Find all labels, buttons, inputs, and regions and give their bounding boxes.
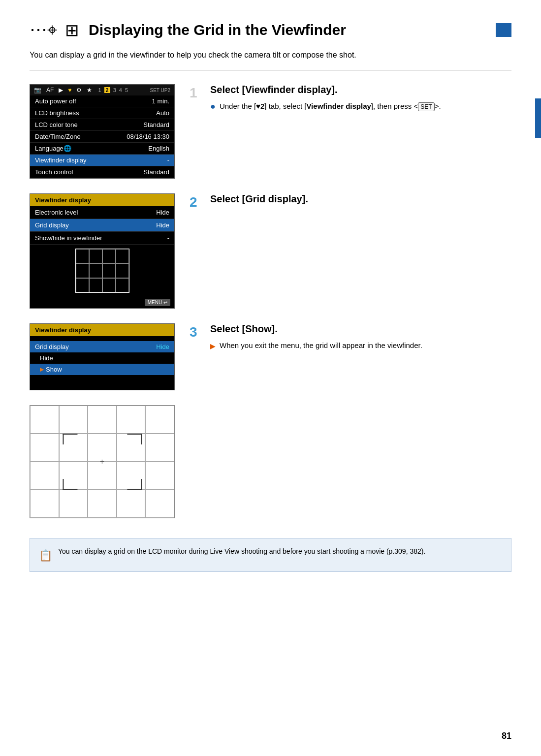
vf-cell-19 — [117, 490, 146, 518]
vf-cell-16 — [30, 490, 59, 518]
gc-5 — [76, 263, 89, 278]
ss1-row-lcdbrightness: LCD brightness Auto — [30, 107, 174, 119]
gear-icon: ⚙ — [76, 87, 82, 94]
tab-1: 1 — [98, 87, 101, 93]
gc-2 — [89, 249, 102, 263]
tab-4: 4 — [119, 87, 122, 93]
vf-cell-11 — [30, 462, 59, 490]
step-2-number: 2 — [190, 195, 204, 209]
focus-bracket-br — [127, 479, 142, 490]
ss3-header: Viewfinder display — [30, 324, 174, 336]
ss1-row-datetime: Date/Time/Zone 08/18/16 13:30 — [30, 131, 174, 143]
note-text: You can display a grid on the LCD monito… — [58, 546, 425, 557]
grid-icon: ⋯⌖ — [30, 20, 57, 40]
step-2-content-wrap: 2 Select [Grid display]. — [190, 193, 308, 210]
step-1-bullet-text: Under the [♥2] tab, select [Viewfinder d… — [220, 100, 441, 113]
gc-8 — [116, 263, 129, 278]
gc-9 — [76, 278, 89, 292]
ss2-footer: MENU ↩ — [30, 297, 174, 308]
step-2-content: Select [Grid display]. — [210, 193, 308, 210]
screenshot-1: 📷 AF ▶ ♥ ⚙ ★ 1 2 3 4 5 SET UP2 Auto — [30, 84, 175, 179]
ss3-grid-row: Grid display Hide — [30, 341, 174, 352]
step-2-row: Viewfinder display Electronic level Hide… — [30, 193, 511, 309]
gc-6 — [89, 263, 102, 278]
menu-btn: MENU ↩ — [145, 299, 170, 306]
tab-5: 5 — [125, 87, 128, 93]
page-header: ⋯⌖ ⊞ Displaying the Grid in the Viewfind… — [30, 20, 511, 40]
ss3-grid-label: Grid display — [35, 343, 69, 350]
ss2-grid-preview — [30, 245, 174, 297]
settings-icon: ♥ — [68, 87, 71, 94]
step-1-title: Select [Viewfinder display]. — [210, 84, 441, 95]
focus-bracket-tr — [127, 434, 142, 444]
step-2-title: Select [Grid display]. — [210, 193, 308, 205]
viewfinder-row — [30, 405, 511, 518]
ss3-bottom — [30, 375, 174, 390]
step-3-content-wrap: 3 Select [Show]. ▶ When you exit the men… — [190, 323, 422, 351]
vf-cell-20 — [145, 490, 174, 518]
ss2-row-grid: Grid display Hide — [30, 219, 174, 232]
sidebar-accent — [535, 98, 541, 138]
vf-cell-6 — [30, 434, 59, 462]
gc-3 — [102, 249, 116, 263]
vf-cell-4 — [117, 406, 146, 434]
set-label: SET UP2 — [150, 88, 171, 93]
focus-bracket-bl — [63, 479, 77, 490]
ss3-gap — [30, 336, 174, 341]
ss1-row-lcdcolortone: LCD color tone Standard — [30, 119, 174, 131]
vf-cell-17 — [59, 490, 88, 518]
ss1-tab-nums: 1 2 3 4 5 — [98, 87, 128, 93]
ss1-row-touchcontrol: Touch control Standard — [30, 166, 174, 178]
hash-icon: ⊞ — [65, 20, 79, 40]
screenshot-2: Viewfinder display Electronic level Hide… — [30, 193, 175, 309]
af-label: AF — [46, 87, 54, 94]
screenshot-3: Viewfinder display Grid display Hide Hid… — [30, 323, 175, 390]
vf-cell-5 — [145, 406, 174, 434]
step-1-row: 📷 AF ▶ ♥ ⚙ ★ 1 2 3 4 5 SET UP2 Auto — [30, 84, 511, 179]
vf-cell-15 — [145, 462, 174, 490]
gc-7 — [102, 263, 116, 278]
focus-overlay — [63, 434, 142, 490]
play-icon: ▶ — [59, 87, 63, 94]
step-1-content: Select [Viewfinder display]. ● Under the… — [210, 84, 441, 113]
focus-bracket-tl — [63, 434, 77, 444]
vf-cell-18 — [88, 490, 117, 518]
ss2-row-electronic: Electronic level Hide — [30, 206, 174, 219]
step-3-content: Select [Show]. ▶ When you exit the menu,… — [210, 323, 422, 351]
ss1-row-autopoweroff: Auto power off 1 min. — [30, 95, 174, 107]
gc-4 — [116, 249, 129, 263]
gc-12 — [116, 278, 129, 292]
viewfinder-box — [30, 405, 175, 518]
step-3-desc: ▶ When you exit the menu, the grid will … — [210, 340, 422, 351]
ss3-dropdown: Hide ▶ Show — [30, 352, 174, 375]
step-1-number: 1 — [190, 86, 204, 100]
ss2-header: Viewfinder display — [30, 194, 174, 206]
crosshair-icon — [100, 457, 104, 466]
gc-1 — [76, 249, 89, 263]
ss3-show-option: ▶ Show — [30, 364, 174, 375]
tab-3: 3 — [113, 87, 116, 93]
ss1-row-viewfinder: Viewfinder display - — [30, 155, 174, 166]
vf-cell-3 — [88, 406, 117, 434]
step-3-arrow-text: When you exit the menu, the grid will ap… — [220, 340, 422, 351]
page-description: You can display a grid in the viewfinder… — [30, 49, 511, 61]
bullet-dot-1: ● — [210, 100, 216, 113]
page-title: Displaying the Grid in the Viewfinder — [89, 22, 346, 38]
page-number: 81 — [502, 731, 511, 741]
note-box: 📋 You can display a grid on the LCD moni… — [30, 538, 511, 572]
tab-2-active: 2 — [104, 87, 110, 93]
header-accent — [496, 23, 511, 37]
step-1-desc: ● Under the [♥2] tab, select [Viewfinder… — [210, 100, 441, 113]
vf-cell-10 — [145, 434, 174, 462]
grid-preview-box — [75, 249, 129, 293]
viewfinder-container — [30, 405, 175, 518]
section-divider — [30, 70, 511, 70]
ss1-row-language: Language🌐 English — [30, 143, 174, 155]
gc-10 — [89, 278, 102, 292]
steps-container: 📷 AF ▶ ♥ ⚙ ★ 1 2 3 4 5 SET UP2 Auto — [30, 84, 511, 518]
vf-cell-1 — [30, 406, 59, 434]
camera-icon: 📷 — [34, 87, 41, 94]
ss3-grid-value: Hide — [156, 343, 169, 350]
star-icon: ★ — [87, 87, 92, 94]
step-3-title: Select [Show]. — [210, 323, 422, 335]
